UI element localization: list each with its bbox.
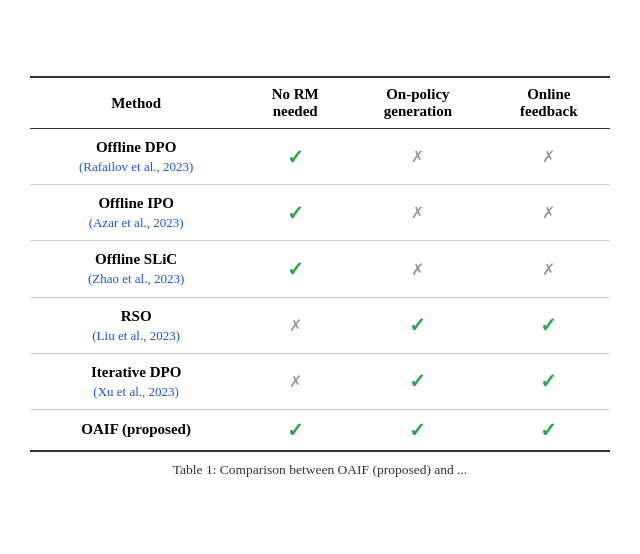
method-name: Offline SLiC: [40, 249, 232, 270]
no_rm-cell: ✓: [242, 129, 348, 185]
table-row: Offline IPO(Azar et al., 2023)✓✗✗: [30, 185, 610, 241]
method-cell: Offline DPO(Rafailov et al., 2023): [30, 129, 242, 185]
method-cell: Offline IPO(Azar et al., 2023): [30, 185, 242, 241]
method-cell: Iterative DPO(Xu et al., 2023): [30, 353, 242, 409]
online_feedback-cell: ✓: [488, 297, 610, 353]
method-cell: OAIF (proposed): [30, 409, 242, 451]
method-ref: (Liu et al., 2023): [40, 327, 232, 345]
table-row: OAIF (proposed)✓✓✓: [30, 409, 610, 451]
no_rm-cell: ✗: [242, 353, 348, 409]
check-icon: ✓: [540, 370, 557, 392]
check-icon: ✓: [409, 314, 426, 336]
method-name: RSO: [40, 306, 232, 327]
on_policy-cell: ✗: [348, 241, 487, 297]
no_rm-cell: ✓: [242, 241, 348, 297]
method-ref: (Zhao et al., 2023): [40, 270, 232, 288]
cross-icon: ✗: [542, 261, 555, 278]
check-icon: ✓: [409, 419, 426, 441]
cross-icon: ✗: [542, 148, 555, 165]
header-method: Method: [30, 77, 242, 129]
check-icon: ✓: [287, 419, 304, 441]
cross-icon: ✗: [289, 317, 302, 334]
check-icon: ✓: [540, 314, 557, 336]
on_policy-cell: ✓: [348, 297, 487, 353]
check-icon: ✓: [540, 419, 557, 441]
no_rm-cell: ✗: [242, 297, 348, 353]
table-container: Method No RMneeded On-policygeneration O…: [30, 76, 610, 478]
comparison-table: Method No RMneeded On-policygeneration O…: [30, 76, 610, 452]
on_policy-cell: ✗: [348, 129, 487, 185]
online_feedback-cell: ✓: [488, 353, 610, 409]
no_rm-cell: ✓: [242, 409, 348, 451]
table-row: Iterative DPO(Xu et al., 2023)✗✓✓: [30, 353, 610, 409]
on_policy-cell: ✓: [348, 353, 487, 409]
method-cell: Offline SLiC(Zhao et al., 2023): [30, 241, 242, 297]
method-ref: (Azar et al., 2023): [40, 214, 232, 232]
cross-icon: ✗: [411, 204, 424, 221]
method-name: Iterative DPO: [40, 362, 232, 383]
cross-icon: ✗: [411, 261, 424, 278]
table-row: Offline DPO(Rafailov et al., 2023)✓✗✗: [30, 129, 610, 185]
cross-icon: ✗: [411, 148, 424, 165]
on_policy-cell: ✗: [348, 185, 487, 241]
header-on-policy: On-policygeneration: [348, 77, 487, 129]
method-name: OAIF (proposed): [40, 419, 232, 440]
header-online-feedback: Onlinefeedback: [488, 77, 610, 129]
cross-icon: ✗: [542, 204, 555, 221]
method-ref: (Xu et al., 2023): [40, 383, 232, 401]
table-header-row: Method No RMneeded On-policygeneration O…: [30, 77, 610, 129]
check-icon: ✓: [287, 258, 304, 280]
no_rm-cell: ✓: [242, 185, 348, 241]
method-name: Offline DPO: [40, 137, 232, 158]
method-ref: (Rafailov et al., 2023): [40, 158, 232, 176]
check-icon: ✓: [287, 202, 304, 224]
check-icon: ✓: [287, 146, 304, 168]
online_feedback-cell: ✓: [488, 409, 610, 451]
online_feedback-cell: ✗: [488, 185, 610, 241]
header-no-rm: No RMneeded: [242, 77, 348, 129]
table-row: Offline SLiC(Zhao et al., 2023)✓✗✗: [30, 241, 610, 297]
on_policy-cell: ✓: [348, 409, 487, 451]
check-icon: ✓: [409, 370, 426, 392]
method-cell: RSO(Liu et al., 2023): [30, 297, 242, 353]
online_feedback-cell: ✗: [488, 241, 610, 297]
online_feedback-cell: ✗: [488, 129, 610, 185]
table-caption: Table 1: Comparison between OAIF (propos…: [30, 462, 610, 478]
method-name: Offline IPO: [40, 193, 232, 214]
cross-icon: ✗: [289, 373, 302, 390]
table-row: RSO(Liu et al., 2023)✗✓✓: [30, 297, 610, 353]
